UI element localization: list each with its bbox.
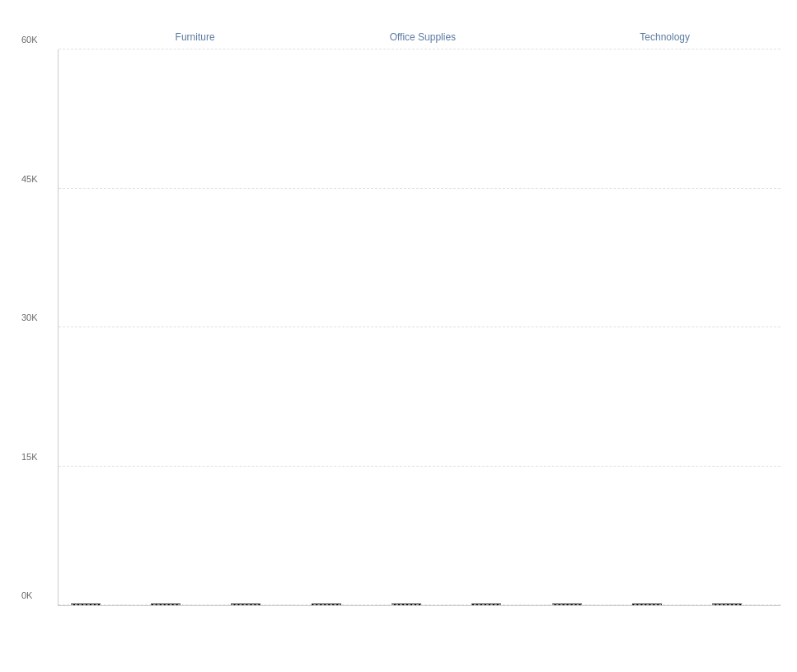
- category-label-technology: Technology: [549, 31, 781, 43]
- y-tick-label: 0K: [21, 590, 32, 600]
- y-gridline: [59, 327, 781, 327]
- y-gridline: [59, 188, 781, 189]
- chart-area: 60K45K30K15K0K: [58, 49, 781, 606]
- bars-area: [59, 49, 781, 605]
- y-tick-label: 45K: [21, 174, 38, 184]
- y-tick-label: 60K: [21, 35, 38, 45]
- y-tick-label: 30K: [21, 313, 38, 322]
- category-label-office-supplies: Office Supplies: [303, 31, 541, 43]
- y-gridline: [59, 604, 781, 605]
- category-label-furniture: Furniture: [79, 31, 311, 43]
- y-gridline: [59, 49, 781, 49]
- y-gridline: [59, 466, 781, 467]
- chart-container: FurnitureOffice SuppliesTechnology 60K45…: [0, 0, 797, 672]
- y-tick-label: 15K: [21, 452, 38, 462]
